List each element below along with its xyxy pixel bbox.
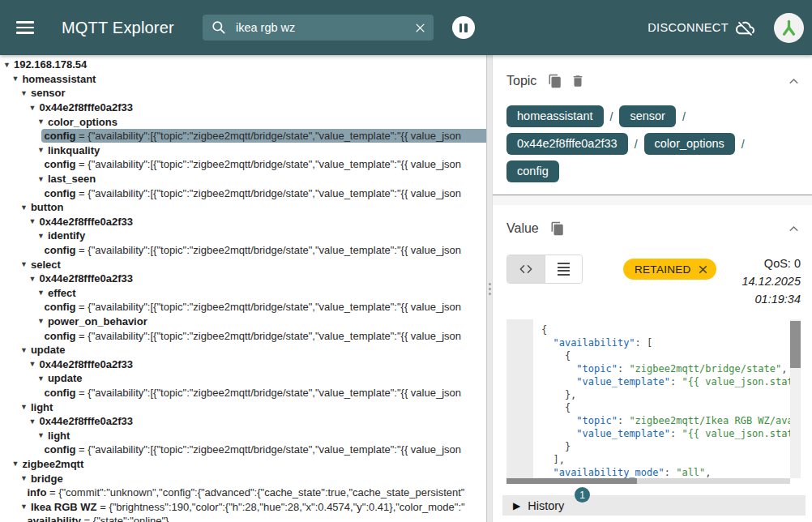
- topic-segment-chip[interactable]: config: [506, 160, 559, 182]
- collapse-triangle-icon[interactable]: ▼: [20, 203, 28, 212]
- tree-row[interactable]: ▼button: [0, 200, 486, 215]
- collapse-triangle-icon[interactable]: ▼: [20, 474, 28, 482]
- search-input[interactable]: [236, 21, 414, 34]
- tree-node-label: light: [48, 430, 70, 442]
- collapse-triangle-icon[interactable]: ▼: [37, 431, 45, 439]
- collapse-triangle-icon[interactable]: ▼: [20, 403, 28, 411]
- collapse-triangle-icon[interactable]: ▼: [29, 275, 36, 283]
- delete-topic-button[interactable]: [571, 74, 585, 88]
- tree-row[interactable]: ▼0x44e2f8fffe0a2f33: [0, 101, 486, 115]
- tree-row[interactable]: ▼update: [0, 343, 486, 357]
- tree-row[interactable]: config = {"availability":[{"topic":"zigb…: [0, 186, 486, 200]
- vertical-scrollbar[interactable]: [790, 319, 801, 478]
- value-section-title: Value: [506, 221, 539, 236]
- code-view-button[interactable]: [507, 255, 545, 283]
- vertical-scrollbar-thumb[interactable]: [790, 321, 801, 368]
- tree-row[interactable]: ▼select: [0, 257, 486, 272]
- tree-row[interactable]: ▼bridge: [0, 471, 486, 486]
- disconnect-button[interactable]: DISCONNECT: [647, 19, 754, 37]
- copy-value-button[interactable]: [550, 221, 565, 236]
- tree-node-label: config: [45, 130, 76, 142]
- collapse-triangle-icon[interactable]: ▼: [37, 374, 45, 383]
- code-content: { "availability": [ { "topic": "zigbee2m…: [533, 319, 790, 478]
- collapse-triangle-icon[interactable]: ▼: [20, 89, 28, 97]
- collapse-triangle-icon[interactable]: ▼: [37, 146, 45, 154]
- pause-icon: [459, 24, 467, 32]
- tree-row[interactable]: ▼0x44e2f8fffe0a2f33: [0, 215, 486, 229]
- tree-row[interactable]: ▼0x44e2f8fffe0a2f33: [0, 414, 486, 429]
- tree-node-value: {"availability":[{"topic":"zigbee2mqtt/b…: [88, 187, 461, 199]
- tree-row[interactable]: ▼homeassistant: [0, 72, 486, 87]
- history-toggle[interactable]: ▶ History 1: [502, 495, 806, 516]
- collapse-triangle-icon[interactable]: ▼: [3, 61, 11, 69]
- tree-row[interactable]: ▼Ikea RGB WZ = {"brightness":190,"color"…: [0, 499, 486, 514]
- topic-segment-chip[interactable]: sensor: [619, 105, 676, 127]
- equals-separator: =: [76, 301, 88, 313]
- tree-node-value: {"availability":[{"topic":"zigbee2mqtt/b…: [88, 330, 461, 342]
- collapse-triangle-icon[interactable]: ▼: [29, 104, 36, 112]
- horizontal-scrollbar-thumb[interactable]: [506, 478, 637, 484]
- collapse-triangle-icon[interactable]: ▼: [12, 460, 19, 468]
- tree-row[interactable]: ▼zigbee2mqtt: [0, 457, 486, 472]
- collapse-triangle-icon[interactable]: ▼: [37, 289, 45, 297]
- tree-row[interactable]: ▼update: [0, 371, 486, 386]
- collapse-triangle-icon[interactable]: ▼: [12, 75, 19, 83]
- pause-button[interactable]: [452, 16, 475, 39]
- tree-row[interactable]: config = {"availability":[{"topic":"zigb…: [0, 300, 486, 314]
- tree-node-value: {"commit":"unknown","config":{"advanced"…: [58, 486, 464, 498]
- tree-row[interactable]: availability = {"state":"online"}: [0, 514, 486, 522]
- collapse-triangle-icon[interactable]: ▼: [37, 232, 45, 240]
- collapse-triangle-icon[interactable]: ▼: [29, 217, 36, 225]
- topic-segment-chip[interactable]: homeassistant: [506, 105, 604, 127]
- tree-row[interactable]: ▼192.168.178.54: [0, 58, 486, 72]
- tree-row[interactable]: ▼power_on_behavior: [0, 314, 486, 329]
- tree-row[interactable]: ▼color_options: [0, 114, 486, 129]
- tree-row[interactable]: config = {"availability":[{"topic":"zigb…: [0, 328, 486, 343]
- tree-row[interactable]: config = {"availability":[{"topic":"zigb…: [0, 157, 486, 172]
- tree-row[interactable]: ▼0x44e2f8fffe0a2f33: [0, 272, 486, 286]
- code-line: "value_template": "{{ value_json.state }…: [541, 427, 790, 440]
- collapse-value-button[interactable]: [787, 222, 801, 236]
- clear-search-button[interactable]: [414, 22, 426, 34]
- collapse-triangle-icon[interactable]: ▼: [37, 317, 45, 325]
- tree-row[interactable]: ▼linkquality: [0, 143, 486, 158]
- tree-row[interactable]: ▼light: [0, 400, 486, 414]
- topic-segment-chip[interactable]: color_options: [644, 133, 735, 155]
- collapse-triangle-icon[interactable]: ▼: [29, 417, 36, 426]
- app-logo-button[interactable]: [774, 13, 804, 43]
- code-line: "value_template": "{{ value_json.state }…: [541, 375, 790, 388]
- collapse-triangle-icon[interactable]: ▼: [20, 503, 28, 511]
- remove-retained-icon[interactable]: [698, 264, 708, 275]
- tree-node-label: homeassistant: [22, 73, 96, 85]
- tree-row[interactable]: config = {"availability":[{"topic":"zigb…: [0, 129, 486, 143]
- tree-node-label: effect: [48, 287, 76, 299]
- tree-row[interactable]: ▼effect: [0, 286, 486, 301]
- collapse-topic-button[interactable]: [787, 75, 801, 88]
- tree-row[interactable]: ▼light: [0, 428, 486, 443]
- horizontal-scrollbar[interactable]: [506, 478, 790, 484]
- tree-row[interactable]: ▼0x44e2f8fffe0a2f33: [0, 357, 486, 371]
- search-box[interactable]: [203, 15, 434, 41]
- tree-node-label: update: [31, 344, 66, 356]
- tree-node-label: 0x44e2f8fffe0a2f33: [39, 216, 133, 228]
- collapse-triangle-icon[interactable]: ▼: [20, 346, 28, 354]
- menu-button[interactable]: [14, 16, 36, 39]
- tree-row[interactable]: config = {"availability":[{"topic":"zigb…: [0, 243, 486, 258]
- tree-row[interactable]: ▼sensor: [0, 86, 486, 101]
- collapse-triangle-icon[interactable]: ▼: [37, 118, 45, 126]
- collapse-triangle-icon[interactable]: ▼: [20, 260, 28, 268]
- raw-view-button[interactable]: [545, 255, 582, 283]
- topic-segment-chip[interactable]: 0x44e2f8fffe0a2f33: [506, 133, 628, 155]
- tree-row[interactable]: ▼last_seen: [0, 172, 486, 186]
- collapse-triangle-icon[interactable]: ▼: [29, 360, 36, 368]
- panel-splitter[interactable]: [486, 55, 493, 522]
- tree-row[interactable]: info = {"commit":"unknown","config":{"ad…: [0, 486, 486, 500]
- tree-row[interactable]: config = {"availability":[{"topic":"zigb…: [0, 386, 486, 400]
- collapse-triangle-icon[interactable]: ▼: [37, 175, 45, 183]
- breadcrumb-separator: /: [682, 110, 686, 123]
- copy-topic-button[interactable]: [548, 74, 562, 88]
- tree-node-label: 192.168.178.54: [14, 58, 87, 71]
- tree-row[interactable]: config = {"availability":[{"topic":"zigb…: [0, 443, 486, 457]
- tree-row[interactable]: ▼identify: [0, 229, 486, 243]
- retained-chip[interactable]: RETAINED: [623, 259, 716, 280]
